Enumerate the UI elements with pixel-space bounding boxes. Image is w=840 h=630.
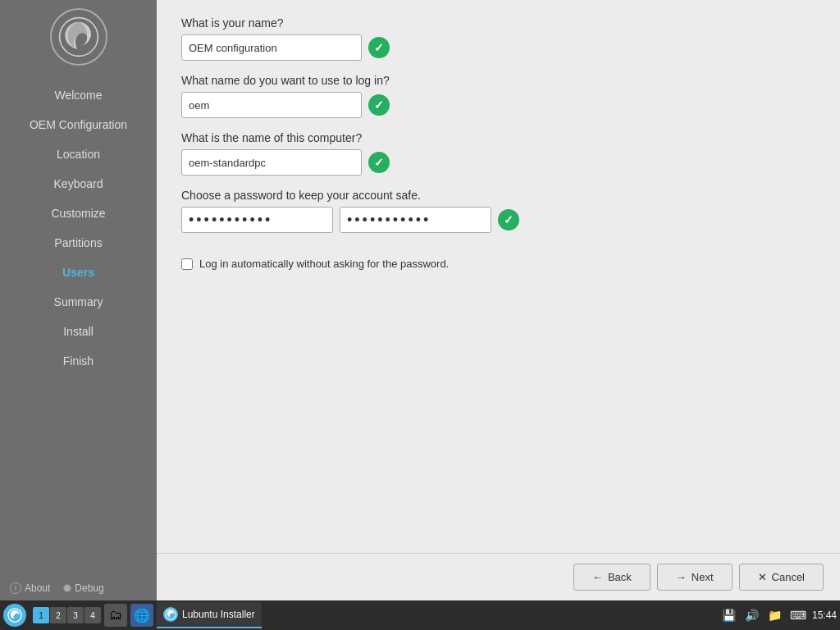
cancel-x-icon: ✕ bbox=[758, 571, 767, 583]
debug-icon bbox=[63, 584, 71, 592]
autologin-row: Log in automatically without asking for … bbox=[181, 258, 815, 270]
name-label: What is your name? bbox=[181, 16, 815, 30]
workspace-2[interactable]: 2 bbox=[50, 607, 66, 623]
about-button[interactable]: i About bbox=[10, 582, 50, 594]
computer-input[interactable] bbox=[181, 149, 362, 176]
computer-check-icon bbox=[368, 152, 390, 173]
login-input-row bbox=[181, 92, 815, 118]
name-input[interactable] bbox=[181, 34, 362, 61]
password-input-row bbox=[181, 207, 815, 233]
name-check-icon bbox=[368, 37, 390, 58]
workspace-1[interactable]: 1 bbox=[33, 607, 49, 623]
workspace-3[interactable]: 3 bbox=[67, 607, 84, 623]
clock: 15:44 bbox=[812, 609, 837, 621]
sidebar-item-welcome[interactable]: Welcome bbox=[0, 80, 157, 110]
sidebar-item-finish[interactable]: Finish bbox=[0, 346, 157, 376]
bottom-bar: ← Back → Next ✕ Cancel bbox=[157, 553, 840, 600]
sidebar: Welcome OEM Configuration Location Keybo… bbox=[0, 0, 157, 600]
installer-taskbar-item[interactable]: Lubuntu Installer bbox=[157, 602, 262, 628]
sidebar-item-partitions[interactable]: Partitions bbox=[0, 228, 157, 258]
computer-section: What is the name of this computer? bbox=[181, 131, 815, 176]
sidebar-item-users[interactable]: Users bbox=[0, 258, 157, 287]
password-confirm-input[interactable] bbox=[340, 207, 491, 233]
login-section: What name do you want to use to log in? bbox=[181, 74, 815, 118]
sidebar-item-summary[interactable]: Summary bbox=[0, 287, 157, 317]
sidebar-item-location[interactable]: Location bbox=[0, 139, 157, 169]
system-tray: 💾 🔊 📁 ⌨ 15:44 bbox=[720, 606, 837, 624]
content-area: What is your name? What name do you want… bbox=[157, 0, 840, 600]
sidebar-item-keyboard[interactable]: Keyboard bbox=[0, 169, 157, 199]
sidebar-footer: i About Debug bbox=[0, 576, 157, 600]
login-input[interactable] bbox=[181, 92, 362, 118]
login-check-icon bbox=[368, 94, 390, 116]
name-input-row bbox=[181, 34, 815, 61]
login-label: What name do you want to use to log in? bbox=[181, 74, 815, 87]
lubuntu-start-icon bbox=[7, 608, 22, 623]
keyboard-icon[interactable]: ⌨ bbox=[789, 606, 807, 624]
taskbar-filemanager-icon[interactable]: 🗂 bbox=[104, 604, 127, 627]
password-section: Choose a password to keep your account s… bbox=[181, 189, 815, 233]
taskbar: 1 2 3 4 🗂 🌐 Lubuntu Installer 💾 🔊 📁 ⌨ 15… bbox=[0, 600, 840, 630]
next-button[interactable]: → Next bbox=[657, 564, 733, 591]
cancel-button[interactable]: ✕ Cancel bbox=[739, 564, 824, 591]
password-input[interactable] bbox=[181, 207, 333, 233]
files-icon[interactable]: 📁 bbox=[766, 606, 784, 624]
password-label: Choose a password to keep your account s… bbox=[181, 189, 815, 202]
workspace-4[interactable]: 4 bbox=[84, 607, 101, 623]
back-arrow-icon: ← bbox=[592, 571, 603, 583]
autologin-checkbox[interactable] bbox=[181, 258, 193, 270]
taskbar-browser-icon[interactable]: 🌐 bbox=[130, 604, 153, 627]
name-section: What is your name? bbox=[181, 16, 815, 61]
sidebar-item-install[interactable]: Install bbox=[0, 317, 157, 346]
workspace-switcher: 1 2 3 4 bbox=[33, 607, 101, 623]
autologin-label: Log in automatically without asking for … bbox=[199, 258, 449, 270]
next-arrow-icon: → bbox=[676, 571, 687, 583]
computer-label: What is the name of this computer? bbox=[181, 131, 815, 144]
volume-icon[interactable]: 🔊 bbox=[743, 606, 761, 624]
computer-input-row bbox=[181, 149, 815, 176]
debug-button[interactable]: Debug bbox=[63, 582, 103, 594]
info-icon: i bbox=[10, 582, 21, 594]
hdd-icon[interactable]: 💾 bbox=[720, 606, 738, 624]
taskbar-start-button[interactable] bbox=[3, 604, 26, 627]
installer-icon bbox=[163, 607, 178, 622]
sidebar-item-oem-configuration[interactable]: OEM Configuration bbox=[0, 110, 157, 139]
content-panel: What is your name? What name do you want… bbox=[157, 0, 840, 553]
lubuntu-logo-icon bbox=[58, 16, 99, 57]
back-button[interactable]: ← Back bbox=[573, 564, 651, 591]
sidebar-item-customize[interactable]: Customize bbox=[0, 199, 157, 228]
password-check-icon bbox=[498, 209, 519, 231]
logo bbox=[50, 8, 107, 66]
